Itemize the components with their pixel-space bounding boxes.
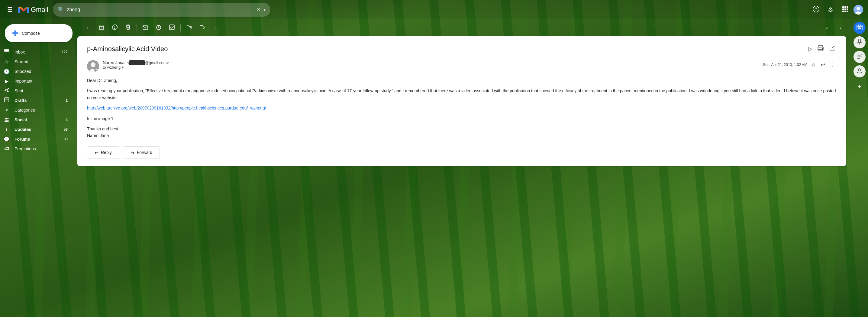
svg-point-13 [857, 7, 860, 10]
svg-rect-31 [143, 26, 148, 29]
reply-button[interactable]: ↩ Reply [87, 146, 119, 159]
categories-expand-icon: ▾ [4, 108, 10, 113]
email-header-row: Naren Jana <●●●●●@gmail.com> to wzheng ▾ [87, 60, 837, 72]
inbox-label: Inbox [14, 50, 57, 54]
apps-icon [842, 6, 848, 13]
important-label: Important [14, 79, 68, 84]
delete-button[interactable] [122, 22, 134, 34]
label-button[interactable] [196, 22, 209, 34]
to-expand-icon[interactable]: ▾ [122, 65, 124, 69]
reply-label: Reply [101, 150, 112, 155]
sidebar-item-sent[interactable]: Sent [0, 86, 72, 95]
email-date: Sun, Apr 21, 2013, 1:32 AM [763, 63, 807, 67]
search-input[interactable] [67, 7, 254, 12]
forums-label: Forums [14, 137, 59, 142]
snooze-button[interactable] [153, 22, 165, 34]
compose-plus-icon: ✚ [12, 29, 18, 37]
email-message: Naren Jana <●●●●●@gmail.com> to wzheng ▾ [87, 60, 837, 139]
svg-point-38 [822, 48, 823, 49]
archive-link[interactable]: http://web.archive.org/web/2007020916183… [87, 106, 266, 110]
move-to-button[interactable] [183, 22, 195, 34]
sender-name: Naren Jana [103, 60, 124, 65]
gmail-logo: Gmail [18, 5, 48, 14]
sidebar-item-inbox[interactable]: Inbox 127 [0, 47, 72, 57]
categories-label: Categories [14, 108, 35, 113]
keep-icon [856, 38, 863, 47]
contacts-panel-button[interactable] [854, 65, 866, 78]
account-avatar[interactable] [854, 5, 863, 15]
mark-done-button[interactable] [166, 22, 178, 34]
archive-icon [98, 24, 104, 32]
report-spam-icon [112, 24, 118, 32]
important-icon: ▶ [4, 78, 10, 84]
sidebar-item-drafts[interactable]: Drafts 1 [0, 95, 72, 105]
gmail-text: Gmail [31, 6, 48, 13]
updates-icon: ℹ [4, 127, 10, 133]
prev-email-button[interactable]: ‹ [821, 22, 833, 34]
sidebar-item-snoozed[interactable]: 🕐 Snoozed [0, 66, 72, 76]
contacts-icon [856, 67, 863, 76]
drafts-icon [4, 97, 10, 104]
categories-header[interactable]: ▾ Categories [0, 105, 78, 115]
forward-button[interactable]: ↪ Forward [123, 146, 160, 159]
search-icon: 🔍 [58, 6, 64, 13]
compose-button[interactable]: ✚ Compose [5, 24, 72, 42]
content-row: ✚ Compose Inbox 127 ☆ Starred 🕐 Snoozed … [0, 19, 868, 317]
sidebar-item-important[interactable]: ▶ Important [0, 76, 72, 86]
sign-off-name: Naren Jana [87, 133, 109, 138]
reply-button-header[interactable]: ↩ [819, 60, 826, 69]
sidebar-item-forums[interactable]: 💬 Forums 33 [0, 134, 72, 144]
tasks-panel-button[interactable] [854, 51, 866, 63]
open-in-new-icon [829, 46, 835, 53]
archive-button[interactable] [95, 22, 107, 34]
sidebar-item-updates[interactable]: ℹ Updates 58 [0, 125, 72, 134]
closing: Thanks and best, Naren Jana [87, 125, 837, 139]
back-button[interactable]: ← [82, 22, 94, 34]
add-panel-icon: + [858, 82, 862, 90]
help-button[interactable]: ? [810, 4, 822, 16]
snoozed-icon: 🕐 [4, 69, 10, 75]
calendar-panel-button[interactable]: 31 [854, 22, 866, 34]
toolbar-divider-1 [136, 24, 137, 31]
report-spam-button[interactable] [109, 22, 121, 34]
svg-line-33 [157, 25, 158, 25]
svg-point-24 [7, 120, 9, 122]
print-button[interactable] [816, 44, 825, 54]
sidebar-item-starred[interactable]: ☆ Starred [0, 57, 72, 66]
svg-rect-11 [846, 10, 848, 12]
search-clear-button[interactable]: ✕ [256, 6, 261, 13]
settings-icon: ⚙ [828, 6, 833, 13]
snooze-label-icon[interactable]: ▷ [808, 46, 812, 52]
open-in-new-button[interactable] [828, 44, 837, 54]
more-actions-button[interactable]: ⋮ [210, 22, 222, 34]
apps-button[interactable] [839, 4, 851, 16]
svg-point-22 [7, 118, 9, 119]
more-email-button[interactable]: ⋮ [829, 60, 837, 69]
more-email-icon: ⋮ [830, 62, 835, 68]
delete-icon [125, 24, 131, 32]
starred-label: Starred [14, 59, 68, 64]
snoozed-label: Snoozed [14, 69, 68, 74]
toolbar-nav: ‹ › [821, 22, 846, 34]
email-to[interactable]: to wzheng ▾ [103, 65, 759, 69]
svg-rect-5 [846, 6, 848, 8]
help-icon: ? [812, 5, 820, 14]
updates-count: 58 [64, 127, 68, 132]
tasks-icon [856, 53, 863, 61]
starred-icon: ☆ [4, 59, 10, 65]
add-panel-button[interactable]: + [858, 82, 862, 91]
sidebar-item-social[interactable]: Social 4 [0, 115, 72, 125]
mark-unread-button[interactable] [139, 22, 151, 34]
star-button[interactable]: ☆ [810, 60, 817, 69]
sidebar-item-promotions[interactable]: 🏷 Promotions [0, 144, 72, 154]
email-thread: p-Aminosalicylic Acid Video ▷ [78, 36, 846, 166]
next-email-button[interactable]: › [834, 22, 846, 34]
settings-button[interactable]: ⚙ [825, 4, 837, 16]
inbox-icon [4, 49, 10, 56]
label-icon [199, 24, 206, 32]
star-icon: ☆ [811, 62, 816, 68]
menu-button[interactable]: ☰ [5, 4, 15, 16]
keep-panel-button[interactable] [854, 36, 866, 49]
svg-point-21 [5, 118, 7, 119]
search-options-button[interactable]: ▾ [264, 7, 266, 12]
